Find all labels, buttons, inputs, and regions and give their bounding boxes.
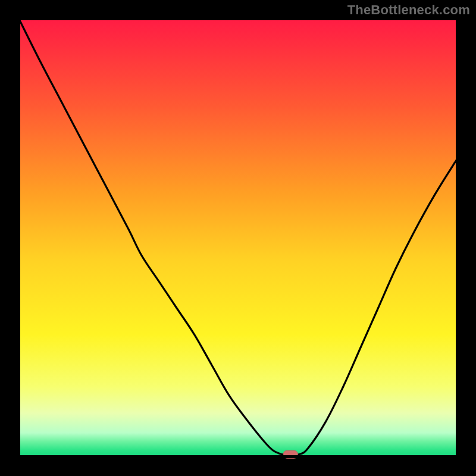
chart-stage: TheBottleneck.com (0, 0, 476, 476)
bottleneck-chart (0, 0, 476, 476)
plot-background (19, 19, 457, 457)
